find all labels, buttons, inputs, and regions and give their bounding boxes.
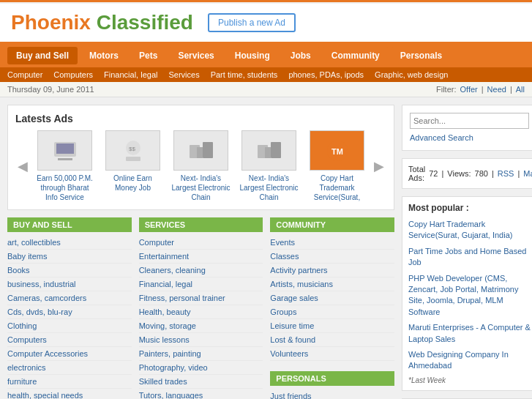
cat-link[interactable]: Groups (270, 307, 296, 316)
total-ads-label: Total Ads: (408, 165, 425, 182)
cat-link[interactable]: Moving, storage (139, 321, 196, 330)
cat-link[interactable]: Cleaners, cleaning (139, 266, 206, 275)
subnav-part-time[interactable]: Part time, students (211, 70, 278, 79)
cat-link[interactable]: Computer (139, 238, 174, 247)
list-item: Lost & found (270, 333, 394, 347)
cat-link[interactable]: Activity partners (270, 266, 327, 275)
list-item: art, collectibles (7, 236, 132, 250)
cat-link[interactable]: furniture (7, 377, 37, 386)
advanced-search-link[interactable]: Advanced Search (410, 133, 473, 142)
cat-link[interactable]: Baby items (7, 252, 47, 261)
ad-item: TM Copy Hart Trademark Service(Surat, (306, 130, 368, 202)
cat-link[interactable]: art, collectibles (7, 238, 61, 247)
filter-label: Filter: (436, 85, 457, 94)
ad-item: Earn 50,000 P.M. through Bharat Info Ser… (34, 130, 96, 202)
cat-link[interactable]: Photography, video (139, 363, 208, 372)
cat-link[interactable]: Classes (270, 252, 299, 261)
total-ads-value: 72 (429, 169, 438, 178)
cat-link[interactable]: Financial, legal (139, 280, 192, 288)
cat-link[interactable]: health, special needs (7, 391, 83, 399)
ad-title[interactable]: Copy Hart Trademark Service(Surat, (306, 174, 368, 202)
search-input[interactable] (410, 113, 529, 129)
last-week-label: *Last Week (408, 376, 531, 384)
popular-link[interactable]: Maruti Enterprises - A Computer & Laptop… (408, 322, 531, 345)
nav-community[interactable]: Community (323, 47, 389, 64)
svg-rect-11 (265, 147, 271, 158)
cat-link[interactable]: Lost & found (270, 335, 315, 344)
cat-link[interactable]: Tutors, languages (139, 391, 203, 399)
nav-motors[interactable]: Motors (80, 47, 127, 64)
cat-link[interactable]: Computers (7, 335, 47, 344)
ad-thumb: TM (310, 130, 364, 171)
popular-title: Most popular : (408, 203, 531, 213)
rss-link[interactable]: RSS (498, 169, 514, 178)
carousel-prev-arrow[interactable]: ◀ (15, 158, 30, 174)
cat-link[interactable]: Artists, musicians (270, 280, 333, 288)
nav-housing[interactable]: Housing (226, 47, 279, 64)
subnav-services[interactable]: Services (168, 70, 199, 79)
list-item: electronics (7, 361, 132, 375)
cat-link[interactable]: Clothing (7, 321, 37, 330)
cat-link[interactable]: Painters, painting (139, 349, 201, 358)
list-item: furniture (7, 375, 132, 389)
list-item: Tutors, languages (139, 389, 263, 399)
list-item: Entertainment (139, 250, 263, 264)
cat-link[interactable]: Leisure time (270, 321, 314, 330)
community-column: COMMUNITY Events Classes Activity partne… (270, 217, 394, 399)
nav-buy-and-sell[interactable]: Buy and Sell (7, 47, 78, 64)
ad-title[interactable]: Earn 50,000 P.M. through Bharat Info Ser… (34, 174, 96, 202)
cat-link[interactable]: Cameras, camcorders (7, 294, 86, 302)
cat-link[interactable]: Garage sales (270, 294, 318, 302)
cat-link[interactable]: Computer Accessories (7, 349, 88, 358)
popular-link[interactable]: Copy Hart Trademark Service(Surat, Gujar… (408, 219, 531, 242)
cat-link[interactable]: Skilled trades (139, 377, 187, 386)
popular-link[interactable]: Part Time Jobs and Home Based Job (408, 246, 531, 269)
list-item: Health, beauty (139, 305, 263, 319)
buy-and-sell-column: BUY AND SELL art, collectibles Baby item… (7, 217, 132, 399)
list-item: Painters, painting (139, 347, 263, 361)
cat-link[interactable]: Just friends (270, 392, 311, 399)
subnav-computers[interactable]: Computers (53, 70, 93, 79)
popular-link[interactable]: Web Designing Company In Ahmedabad (408, 349, 531, 372)
map-link[interactable]: Map (523, 169, 532, 178)
subnav-financial-legal[interactable]: Financial, legal (104, 70, 157, 79)
subnav-computer[interactable]: Computer (7, 70, 42, 79)
ad-title[interactable]: Next- India's Largest Electronic Chain (238, 174, 300, 202)
list-item: Computer (139, 236, 263, 250)
ad-title[interactable]: Online Earn Money Job (102, 174, 164, 193)
nav-personals[interactable]: Personals (391, 47, 451, 64)
publish-new-ad-button[interactable]: Publish a new Ad (208, 13, 296, 32)
site-title-part2: Classified (91, 11, 193, 34)
cat-link[interactable]: Health, beauty (139, 307, 191, 316)
popular-item: Part Time Jobs and Home Based Job (408, 246, 531, 269)
list-item: Activity partners (270, 264, 394, 277)
popular-link[interactable]: PHP Web Developer (CMS, Zencart, Job Por… (408, 273, 531, 318)
cat-link[interactable]: Books (7, 266, 30, 275)
cat-link[interactable]: Cds, dvds, blu-ray (7, 307, 72, 316)
cat-link[interactable]: electronics (7, 363, 46, 372)
subnav-phones[interactable]: phones, PDAs, ipods (288, 70, 364, 79)
cat-link[interactable]: Fitness, personal trainer (139, 294, 225, 302)
nav-pets[interactable]: Pets (130, 47, 166, 64)
cat-link[interactable]: Entertainment (139, 252, 189, 261)
list-item: Cds, dvds, blu-ray (7, 305, 132, 319)
cat-link[interactable]: Events (270, 238, 295, 247)
svg-rect-8 (197, 147, 203, 158)
ad-thumb (37, 130, 92, 171)
carousel-next-arrow[interactable]: ▶ (372, 158, 386, 174)
cat-link[interactable]: Music lessons (139, 335, 190, 344)
nav-jobs[interactable]: Jobs (282, 47, 320, 64)
filter-links: Filter: Offer | Need | All (436, 85, 525, 94)
filter-need[interactable]: Need (487, 85, 506, 94)
main-content: Latests Ads ◀ Earn 50,000 P.M. through B… (0, 97, 532, 399)
list-item: Events (270, 236, 394, 250)
filter-offer[interactable]: Offer (460, 85, 477, 94)
cat-link[interactable]: Volunteers (270, 349, 308, 358)
filter-all[interactable]: All (516, 85, 525, 94)
nav-services[interactable]: Services (169, 47, 222, 64)
list-item: Just friends (270, 389, 394, 399)
subnav-graphic[interactable]: Graphic, web design (375, 70, 448, 79)
cat-link[interactable]: business, industrial (7, 280, 76, 288)
list-item: Moving, storage (139, 319, 263, 333)
ad-title[interactable]: Next- India's Largest Electronic Chain (170, 174, 232, 202)
